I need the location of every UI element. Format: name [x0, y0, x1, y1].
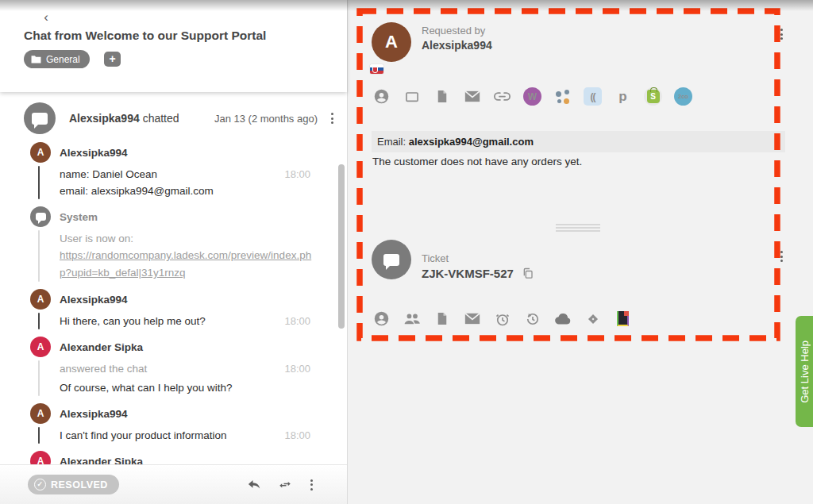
avatar: A: [30, 289, 51, 310]
giphy-icon[interactable]: [614, 310, 632, 328]
details-panel: A Requested by Alexsipka994 W: [347, 0, 813, 504]
avatar: A: [30, 337, 51, 357]
chat-scrollbar[interactable]: [338, 164, 345, 329]
history-icon[interactable]: [523, 310, 541, 328]
slovakia-flag-icon: [370, 64, 383, 74]
folder-icon: [31, 55, 41, 63]
department-tag[interactable]: General: [24, 50, 90, 68]
event-action: chatted: [143, 112, 179, 125]
add-tag-button[interactable]: +: [104, 52, 121, 67]
orders-note: The customer does not have any orders ye…: [372, 156, 582, 167]
avatar: A: [30, 451, 51, 464]
message-line: Hi there, can you help me out?: [60, 313, 263, 329]
account-circle-icon[interactable]: [372, 87, 391, 106]
message-author: Alexander Sipka: [60, 456, 143, 465]
customer-email-row[interactable]: Email: alexsipka994@gmail.com: [372, 131, 785, 152]
event-text: Alexsipka994 chatted: [69, 112, 179, 125]
cloud-icon[interactable]: [553, 310, 572, 328]
message-time: 18:00: [263, 313, 347, 329]
message-author: System: [60, 211, 98, 223]
message-line: Of course, what can I help you with?: [60, 379, 347, 396]
message-time: 18:00: [263, 427, 347, 444]
more-actions-icon[interactable]: [308, 477, 315, 493]
get-live-help-button[interactable]: Get Live Help: [796, 316, 813, 427]
transfer-icon[interactable]: [276, 478, 294, 492]
ticket-code[interactable]: ZJK-VKMSF-527: [422, 267, 514, 280]
requested-by-label: Requested by: [422, 25, 485, 37]
message-author: Alexsipka994: [60, 147, 128, 159]
avatar: A: [30, 403, 51, 424]
avatar: A: [30, 142, 51, 163]
ticket-actions-row: [372, 310, 632, 328]
message-note: answered the chat: [60, 360, 263, 377]
ticket-label: Ticket: [422, 252, 449, 264]
chat-message: A Alexsipka994 I can't find your product…: [0, 403, 347, 444]
chat-message-list: Alexsipka994 chatted Jan 13 (2 months ag…: [0, 92, 347, 464]
account-circle-icon[interactable]: [372, 310, 391, 328]
chat-transcript-panel: ‹ Chat from Welcome to our Support Porta…: [0, 0, 347, 504]
message-accent-bar: [38, 313, 40, 329]
chat-bubble-icon: [36, 213, 46, 221]
ticket-menu-icon[interactable]: [778, 248, 785, 264]
message-time: 18:00: [263, 360, 347, 377]
system-message: System User is now on: https://randomcom…: [0, 206, 347, 282]
customer-integrations-row: W (( p S 2co: [372, 87, 692, 106]
message-line: email: alexsipka994@gmail.com: [60, 183, 347, 199]
diamond-icon[interactable]: [584, 310, 602, 328]
message-line: name: Daniel Ocean: [60, 166, 263, 183]
chat-bubble-icon: [32, 113, 48, 125]
chat-header: ‹ Chat from Welcome to our Support Porta…: [0, 0, 347, 92]
system-avatar: [30, 206, 51, 227]
message-menu-icon[interactable]: [329, 110, 336, 126]
check-circle-icon: ✓: [34, 479, 46, 491]
file-icon[interactable]: [433, 87, 451, 106]
email-value: alexsipka994@gmail.com: [409, 136, 534, 148]
visited-page-link[interactable]: https://randomcompany.ladesk.com/preview…: [60, 247, 312, 282]
chat-bubble-avatar: [24, 102, 56, 134]
back-icon[interactable]: ‹: [38, 10, 54, 25]
card-icon[interactable]: [403, 87, 421, 106]
message-accent-bar: [38, 360, 40, 396]
alarm-icon[interactable]: [493, 310, 511, 328]
event-author: Alexsipka994: [69, 112, 140, 125]
message-time: 18:00: [263, 166, 347, 183]
ticket-avatar[interactable]: [372, 240, 411, 279]
dots-integration-icon[interactable]: [553, 87, 572, 106]
requester-name[interactable]: Alexsipka994: [422, 39, 492, 52]
two-checkout-icon[interactable]: 2co: [674, 87, 692, 106]
people-icon[interactable]: [403, 310, 421, 328]
message-line: User is now on:: [60, 230, 347, 247]
get-live-help-label: Get Live Help: [799, 340, 811, 403]
requester-menu-icon[interactable]: [778, 26, 785, 42]
soundwave-integration-icon[interactable]: ((: [584, 87, 602, 106]
shopify-icon[interactable]: S: [644, 87, 662, 106]
mail-icon[interactable]: [463, 310, 481, 328]
department-tag-label: General: [46, 54, 80, 65]
message-accent-bar: [38, 166, 40, 199]
chat-bubble-icon: [383, 254, 399, 266]
p-integration-icon[interactable]: p: [614, 87, 632, 106]
message-author: Alexander Sipka: [60, 341, 143, 353]
copy-icon[interactable]: [522, 267, 534, 280]
reply-icon[interactable]: [246, 478, 262, 492]
page-title: Chat from Welcome to our Support Portal: [24, 29, 266, 43]
message-author: Alexsipka994: [60, 294, 128, 306]
app-window: ‹ Chat from Welcome to our Support Porta…: [0, 0, 813, 504]
email-label: Email:: [377, 136, 409, 148]
mail-icon[interactable]: [463, 87, 481, 106]
chat-message: A Alexander Sipka answered the chat 18:0…: [0, 337, 347, 396]
message-accent-bar: [38, 427, 40, 444]
wordpress-icon[interactable]: W: [523, 87, 541, 106]
link-icon[interactable]: [493, 87, 511, 106]
message-author: Alexsipka994: [60, 408, 128, 420]
resolved-button[interactable]: ✓ RESOLVED: [28, 475, 119, 494]
event-date: Jan 13 (2 months ago): [194, 113, 329, 125]
file-icon[interactable]: [433, 310, 451, 328]
message-line: I can't find your product information: [60, 427, 263, 444]
resolved-label: RESOLVED: [51, 479, 108, 491]
annotation-dashed-rectangle: [348, 0, 813, 504]
chat-message: A Alexander Sipka: [0, 451, 347, 464]
panel-resize-handle[interactable]: [556, 224, 600, 233]
requester-avatar[interactable]: A: [372, 22, 411, 62]
message-accent-bar: [38, 230, 40, 282]
